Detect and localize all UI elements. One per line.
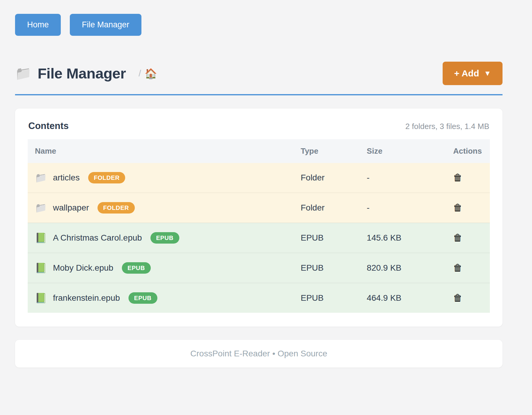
column-header-name: Name	[28, 139, 293, 163]
type-badge: FOLDER	[88, 172, 125, 183]
item-size: -	[360, 163, 446, 193]
trash-icon[interactable]: 🗑	[453, 233, 462, 242]
contents-card-header: Contents 2 folders, 3 files, 1.4 MB	[28, 121, 490, 139]
item-name-link[interactable]: Moby Dick.epub	[53, 263, 113, 273]
add-button-label: + Add	[454, 68, 479, 78]
contents-card: Contents 2 folders, 3 files, 1.4 MB Name…	[15, 109, 503, 327]
page-header: 📁 File Manager / 🏠 + Add ▼	[15, 62, 503, 85]
footer-text: CrossPoint E-Reader • Open Source	[190, 349, 327, 358]
table-row: 📁 articles FOLDER Folder - 🗑	[28, 163, 490, 193]
column-header-size: Size	[360, 139, 446, 163]
breadcrumb-separator: /	[138, 68, 141, 78]
page-container: Home File Manager 📁 File Manager / 🏠 + A…	[15, 0, 503, 367]
item-type: Folder	[293, 193, 360, 223]
file-table: Name Type Size Actions 📁 articles FOLDER	[28, 139, 490, 313]
type-badge: EPUB	[122, 262, 151, 274]
item-size: -	[360, 193, 446, 223]
item-type: EPUB	[293, 283, 360, 313]
table-row: 📗 A Christmas Carol.epub EPUB EPUB 145.6…	[28, 223, 490, 253]
folder-icon: 📁	[35, 203, 47, 213]
home-icon[interactable]: 🏠	[145, 68, 157, 79]
footer: CrossPoint E-Reader • Open Source	[15, 340, 503, 367]
breadcrumb: / 🏠	[138, 68, 157, 79]
contents-heading: Contents	[28, 121, 69, 131]
item-name-link[interactable]: articles	[53, 173, 80, 183]
item-type: EPUB	[293, 223, 360, 253]
trash-icon[interactable]: 🗑	[453, 293, 462, 303]
column-header-actions: Actions	[446, 139, 490, 163]
table-header-row: Name Type Size Actions	[28, 139, 490, 163]
item-name-link[interactable]: A Christmas Carol.epub	[53, 233, 142, 243]
file-manager-nav-button[interactable]: File Manager	[70, 14, 141, 36]
page-title-group: 📁 File Manager / 🏠	[15, 65, 157, 82]
top-nav: Home File Manager	[15, 14, 503, 36]
item-size: 145.6 KB	[360, 223, 446, 253]
table-row: 📗 Moby Dick.epub EPUB EPUB 820.9 KB 🗑	[28, 253, 490, 283]
folder-icon: 📁	[35, 173, 47, 183]
item-name-link[interactable]: frankenstein.epub	[53, 293, 120, 303]
home-nav-button[interactable]: Home	[15, 14, 61, 36]
trash-icon[interactable]: 🗑	[453, 203, 462, 212]
folder-icon: 📁	[15, 66, 32, 81]
page-title: File Manager	[38, 65, 126, 82]
item-size: 464.9 KB	[360, 283, 446, 313]
book-icon: 📗	[35, 293, 47, 303]
item-type: Folder	[293, 163, 360, 193]
item-name-link[interactable]: wallpaper	[53, 203, 89, 213]
type-badge: EPUB	[128, 292, 157, 304]
chevron-down-icon: ▼	[484, 69, 491, 78]
title-divider	[15, 94, 503, 95]
add-button[interactable]: + Add ▼	[443, 62, 503, 85]
type-badge: EPUB	[150, 232, 179, 244]
item-type: EPUB	[293, 253, 360, 283]
item-size: 820.9 KB	[360, 253, 446, 283]
table-row: 📗 frankenstein.epub EPUB EPUB 464.9 KB 🗑	[28, 283, 490, 313]
book-icon: 📗	[35, 233, 47, 243]
book-icon: 📗	[35, 263, 47, 273]
table-row: 📁 wallpaper FOLDER Folder - 🗑	[28, 193, 490, 223]
trash-icon[interactable]: 🗑	[453, 263, 462, 272]
contents-summary: 2 folders, 3 files, 1.4 MB	[405, 122, 489, 131]
type-badge: FOLDER	[97, 202, 135, 214]
column-header-type: Type	[293, 139, 360, 163]
trash-icon[interactable]: 🗑	[453, 173, 462, 182]
